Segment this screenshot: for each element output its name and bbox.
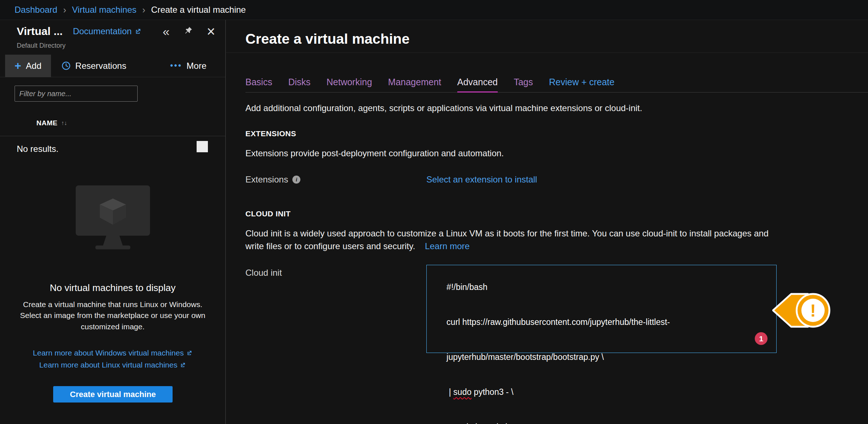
- sort-arrows-icon: ↑↓: [61, 120, 67, 126]
- filter-input[interactable]: [15, 86, 138, 102]
- learn-more-linux-link[interactable]: Learn more about Linux virtual machines: [39, 361, 186, 369]
- collapse-panel-icon[interactable]: «: [163, 25, 170, 38]
- close-panel-icon[interactable]: ×: [207, 25, 215, 37]
- empty-state-title: No virtual machines to display: [0, 282, 225, 294]
- cloud-init-textarea[interactable]: #!/bin/bash curl https://raw.githubuserc…: [426, 265, 777, 353]
- chevron-right-icon: ›: [63, 5, 66, 15]
- empty-state-illustration: [75, 184, 151, 251]
- breadcrumb-current: Create a virtual machine: [151, 5, 246, 15]
- page-title: Create a virtual machine: [245, 31, 410, 47]
- chevron-right-icon: ›: [142, 5, 145, 15]
- select-checkbox[interactable]: [197, 141, 208, 152]
- extensions-section-heading: EXTENSIONS: [245, 129, 296, 138]
- learn-more-link[interactable]: Learn more: [425, 241, 470, 251]
- code-line: jupyterhub/master/bootstrap/bootstrap.py…: [433, 339, 770, 374]
- pin-icon[interactable]: [184, 26, 193, 37]
- warning-annotation: !: [772, 287, 834, 335]
- cloud-init-section-heading: CLOUD INIT: [245, 209, 291, 218]
- directory-subtitle: Default Directory: [17, 42, 66, 50]
- vm-list-panel: Virtual ... Documentation « × Default Di…: [0, 20, 226, 424]
- cloud-init-description: Cloud init is a widely used approach to …: [245, 227, 777, 252]
- extensions-field-label: Extensions: [245, 174, 288, 185]
- add-button[interactable]: + Add: [5, 55, 51, 77]
- tab-review-create[interactable]: Review + create: [549, 77, 615, 87]
- ellipsis-icon: •••: [170, 61, 182, 71]
- list-divider: [0, 136, 225, 136]
- code-line: --admin <admin-user-name>: [433, 409, 770, 424]
- tab-networking[interactable]: Networking: [327, 77, 372, 87]
- tab-advanced[interactable]: Advanced: [457, 77, 498, 87]
- external-link-icon: [186, 350, 193, 356]
- header-divider: [226, 52, 868, 53]
- tab-basics[interactable]: Basics: [245, 77, 272, 87]
- plus-icon: +: [15, 60, 21, 71]
- name-column-header[interactable]: NAME ↑↓: [36, 119, 67, 127]
- exclamation-icon: !: [810, 301, 816, 320]
- no-results-text: No results.: [17, 144, 59, 154]
- annotation-step-badge: 1: [755, 332, 768, 345]
- external-link-icon: [180, 362, 186, 368]
- create-virtual-machine-button[interactable]: Create virtual machine: [53, 386, 173, 403]
- advanced-tab-intro: Add additional configuration, agents, sc…: [245, 103, 642, 113]
- learn-more-windows-link[interactable]: Learn more about Windows virtual machine…: [33, 349, 192, 357]
- breadcrumb-link-virtual-machines[interactable]: Virtual machines: [72, 5, 137, 15]
- select-extension-link[interactable]: Select an extension to install: [426, 174, 537, 185]
- extensions-description: Extensions provide post-deployment confi…: [245, 148, 504, 158]
- documentation-link[interactable]: Documentation: [73, 26, 141, 36]
- empty-state-description: Create a virtual machine that runs Linux…: [17, 299, 208, 332]
- breadcrumb: Dashboard › Virtual machines › Create a …: [0, 0, 868, 20]
- extensions-field-row: Extensions i: [245, 174, 300, 185]
- external-link-icon: [135, 28, 142, 35]
- clock-icon: [61, 61, 71, 71]
- code-line: | sudo python3 - \: [433, 374, 770, 409]
- tab-tags[interactable]: Tags: [514, 77, 533, 87]
- cloud-init-field-label: Cloud init: [245, 268, 282, 278]
- tab-disks[interactable]: Disks: [288, 77, 311, 87]
- breadcrumb-link-dashboard[interactable]: Dashboard: [15, 5, 57, 15]
- tab-management[interactable]: Management: [388, 77, 441, 87]
- code-line: curl https://raw.githubusercontent.com/j…: [433, 305, 770, 339]
- panel-header: Virtual ... Documentation « ×: [17, 25, 215, 38]
- monitor-icon: [75, 184, 151, 250]
- panel-title: Virtual ...: [17, 25, 63, 38]
- info-icon[interactable]: i: [292, 176, 300, 184]
- code-line: #!/bin/bash: [433, 270, 770, 305]
- create-vm-main: Create a virtual machine Basics Disks Ne…: [226, 20, 868, 424]
- learn-more-links: Learn more about Windows virtual machine…: [0, 349, 225, 369]
- reservations-button[interactable]: Reservations: [61, 61, 126, 71]
- wizard-tabs: Basics Disks Networking Management Advan…: [245, 77, 868, 93]
- more-button[interactable]: ••• More: [170, 61, 206, 71]
- panel-toolbar: + Add Reservations ••• More: [0, 55, 225, 77]
